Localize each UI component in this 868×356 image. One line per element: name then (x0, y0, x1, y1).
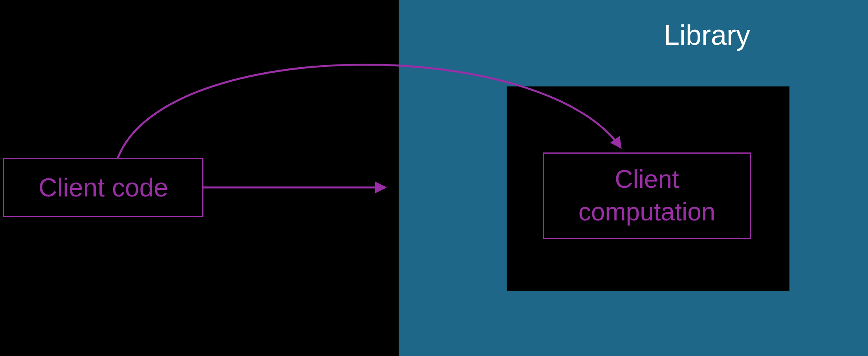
diagram-canvas: Library Client code Client computation (0, 0, 868, 356)
client-computation-box: Client computation (543, 152, 751, 239)
client-computation-label: Client computation (579, 163, 716, 228)
client-code-box: Client code (3, 158, 203, 217)
library-title: Library (613, 19, 801, 51)
client-code-label: Client code (38, 172, 168, 202)
